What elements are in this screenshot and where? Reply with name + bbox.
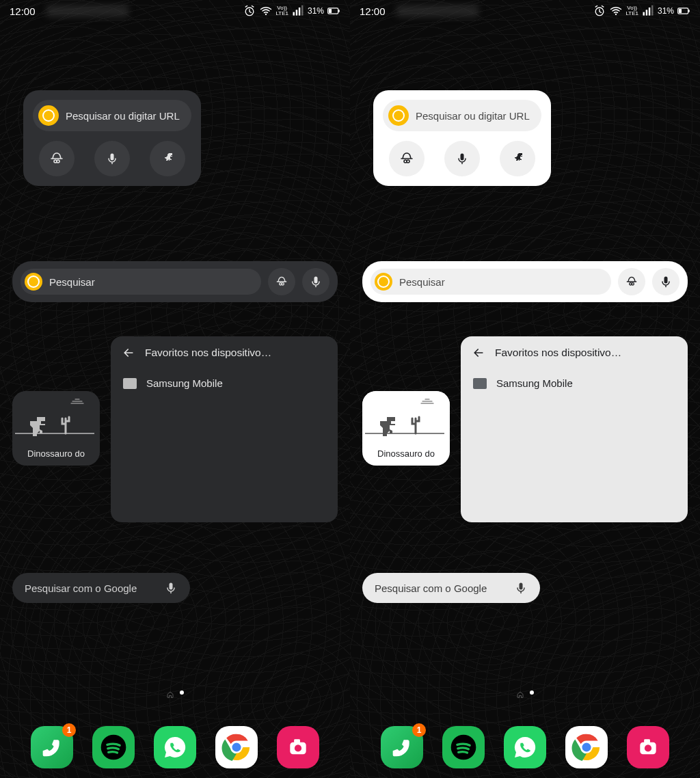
spotify-app[interactable] xyxy=(92,726,135,768)
voice-search-button[interactable] xyxy=(302,268,329,295)
dock: 1 xyxy=(0,726,350,768)
battery-percentage: 31% xyxy=(308,6,324,16)
voice-search-button[interactable] xyxy=(94,141,130,176)
chrome-search-widget[interactable]: Pesquisar ou digitar URL xyxy=(373,90,551,186)
back-arrow-icon[interactable] xyxy=(472,346,485,360)
dock: 1 xyxy=(350,726,700,768)
search-input[interactable]: Pesquisar xyxy=(371,269,611,295)
google-search-widget[interactable]: Pesquisar com o Google xyxy=(12,573,190,603)
status-time: 12:00 xyxy=(360,5,386,17)
folder-icon xyxy=(473,378,487,389)
chrome-search-bar-widget[interactable]: Pesquisar xyxy=(362,261,688,302)
incognito-button[interactable] xyxy=(39,141,75,176)
dino-game-button[interactable] xyxy=(500,141,535,176)
incognito-icon xyxy=(625,275,638,289)
spotify-icon xyxy=(98,732,129,762)
alarm-icon xyxy=(243,4,256,18)
status-bar: 12:00 Vo))LTE1 31% xyxy=(0,0,350,22)
camera-icon xyxy=(285,734,311,760)
screen-light: 12:00 Vo))LTE1 31% Pesquisar ou digitar … xyxy=(350,0,700,778)
battery-percentage: 31% xyxy=(658,6,674,16)
battery-icon xyxy=(327,4,340,18)
chrome-icon xyxy=(571,732,602,763)
spotify-app[interactable] xyxy=(442,726,485,768)
notification-badge: 1 xyxy=(412,723,426,737)
page-indicator[interactable] xyxy=(0,690,350,699)
dino-game-widget[interactable]: Dinossauro do xyxy=(12,391,100,466)
camera-app[interactable] xyxy=(627,726,669,768)
mic-icon[interactable] xyxy=(164,581,178,595)
phone-icon xyxy=(391,736,413,758)
bookmark-folder-label: Samsung Mobile xyxy=(496,377,573,389)
status-bar: 12:00 Vo))LTE1 31% xyxy=(350,0,700,22)
dino-widget-label: Dinossauro do xyxy=(362,444,450,466)
chrome-icon xyxy=(388,105,409,126)
mic-icon xyxy=(659,275,673,289)
chrome-search-widget[interactable]: Pesquisar ou digitar URL xyxy=(23,90,201,186)
home-page-icon xyxy=(516,690,524,699)
voice-search-button[interactable] xyxy=(652,268,679,295)
page-indicator[interactable] xyxy=(350,690,700,699)
bookmark-folder-item[interactable]: Samsung Mobile xyxy=(472,375,677,392)
chrome-search-bar-widget[interactable]: Pesquisar xyxy=(12,261,338,302)
battery-icon xyxy=(677,4,690,18)
bookmarks-widget[interactable]: Favoritos nos dispositivo… Samsung Mobil… xyxy=(111,336,338,522)
bookmark-folder-label: Samsung Mobile xyxy=(146,377,223,389)
wifi-icon xyxy=(259,4,273,18)
current-page-dot xyxy=(180,690,184,695)
current-page-dot xyxy=(530,690,534,695)
google-search-placeholder: Pesquisar com o Google xyxy=(25,582,137,594)
chrome-icon xyxy=(375,273,392,291)
dino-scene-icon xyxy=(362,391,450,439)
search-placeholder: Pesquisar xyxy=(49,276,95,288)
dino-game-widget[interactable]: Dinossauro do xyxy=(362,391,450,466)
bookmarks-title: Favoritos nos dispositivo… xyxy=(145,347,271,359)
chrome-app[interactable] xyxy=(565,726,608,768)
bookmarks-widget[interactable]: Favoritos nos dispositivo… Samsung Mobil… xyxy=(461,336,688,522)
phone-app[interactable]: 1 xyxy=(381,726,423,768)
dino-scene-icon xyxy=(12,391,100,439)
incognito-icon xyxy=(275,275,288,289)
voice-search-button[interactable] xyxy=(444,141,480,176)
mic-icon[interactable] xyxy=(514,581,528,595)
back-arrow-icon[interactable] xyxy=(122,346,135,360)
search-input[interactable]: Pesquisar xyxy=(21,269,261,295)
search-placeholder: Pesquisar ou digitar URL xyxy=(416,110,530,122)
chrome-icon xyxy=(38,105,59,126)
status-blurred-area xyxy=(396,5,479,17)
google-search-widget[interactable]: Pesquisar com o Google xyxy=(362,573,540,603)
bookmark-folder-item[interactable]: Samsung Mobile xyxy=(122,375,327,392)
volte-indicator: Vo))LTE1 xyxy=(275,5,288,16)
volte-indicator: Vo))LTE1 xyxy=(625,5,638,16)
wifi-icon xyxy=(609,4,623,18)
search-placeholder: Pesquisar xyxy=(399,276,445,288)
dino-widget-label: Dinossauro do xyxy=(12,444,100,466)
notification-badge: 1 xyxy=(62,723,76,737)
chrome-search-field[interactable]: Pesquisar ou digitar URL xyxy=(33,100,191,131)
dino-icon xyxy=(509,150,526,167)
incognito-icon xyxy=(399,150,415,167)
search-placeholder: Pesquisar ou digitar URL xyxy=(66,110,180,122)
google-search-placeholder: Pesquisar com o Google xyxy=(375,582,487,594)
dino-icon xyxy=(159,150,176,167)
signal-icon xyxy=(641,4,655,18)
mic-icon xyxy=(455,152,469,165)
home-page-icon xyxy=(166,690,174,699)
whatsapp-app[interactable] xyxy=(154,726,196,768)
incognito-icon xyxy=(49,150,65,167)
camera-app[interactable] xyxy=(277,726,319,768)
status-time: 12:00 xyxy=(10,5,36,17)
signal-icon xyxy=(291,4,305,18)
whatsapp-app[interactable] xyxy=(504,726,546,768)
whatsapp-icon xyxy=(511,734,539,761)
incognito-button[interactable] xyxy=(618,268,645,295)
incognito-button[interactable] xyxy=(389,141,425,176)
spotify-icon xyxy=(448,732,479,762)
alarm-icon xyxy=(593,4,606,18)
phone-app[interactable]: 1 xyxy=(31,726,73,768)
incognito-button[interactable] xyxy=(268,268,295,295)
camera-icon xyxy=(635,734,661,760)
chrome-app[interactable] xyxy=(215,726,258,768)
dino-game-button[interactable] xyxy=(150,141,185,176)
chrome-search-field[interactable]: Pesquisar ou digitar URL xyxy=(383,100,541,131)
